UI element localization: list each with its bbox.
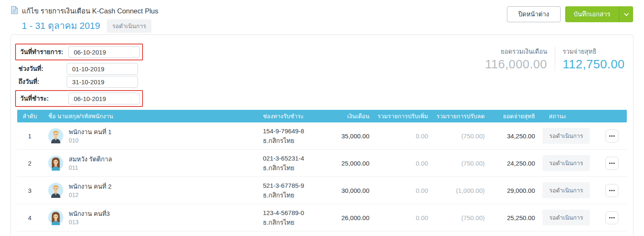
payment-date-label: วันที่ชำระ: (20, 93, 68, 104)
table-header: ลำดับ ชื่อ นามสกุล/รหัสพนักงาน ช่องทางรั… (17, 110, 627, 122)
ellipsis-icon (609, 163, 615, 164)
employee-name: สมหวัง รัตติกาล (69, 155, 112, 164)
additions-amount: 0.00 (373, 160, 431, 167)
additions-amount: 0.00 (373, 214, 431, 221)
col-header-net: ยอดจ่ายสุทธิ (488, 112, 538, 121)
payroll-table: ลำดับ ชื่อ นามสกุล/รหัสพนักงาน ช่องทางรั… (17, 110, 627, 231)
save-split-button: บันทึกเอกสาร (565, 6, 633, 22)
employee-cell: พนักงาน คนที่ 1 010 (42, 127, 260, 144)
save-document-button[interactable]: บันทึกเอกสาร (565, 6, 619, 22)
document-icon (11, 6, 18, 16)
row-more-button[interactable] (605, 130, 618, 143)
payment-channel-cell: 021-3-65231-4 ธ.กสิกรไทย (260, 153, 331, 173)
transaction-date-label: วันที่ทำรายการ: (20, 47, 68, 57)
ellipsis-icon (609, 190, 615, 191)
total-salary-block: ยอดรวมเงินเดือน 116,000.00 (485, 47, 547, 71)
total-net-label: รวมจ่ายสุทธิ (563, 47, 625, 57)
payment-channel-cell: 154-9-79649-8 ธ.กสิกรไทย (260, 126, 331, 146)
page-title: แก้ไข รายการเงินเดือน K-Cash Connect Plu… (22, 5, 158, 16)
net-amount: 25,250.00 (488, 214, 538, 221)
account-number: 123-4-56789-0 (263, 208, 327, 218)
transaction-date-highlight: วันที่ทำรายการ: (15, 44, 143, 60)
content-panel: วันที่ทำรายการ: ช่วงวันที่: ถึงวันที่: (10, 34, 634, 236)
salary-amount: 30,000.00 (331, 187, 373, 194)
row-number: 1 (17, 132, 42, 140)
bank-name: ธ.กสิกรไทย (263, 163, 327, 173)
male-avatar (48, 183, 63, 198)
table-row: 3 พนักงาน คนที่ 2 012 521-3-67785-9 ธ.กส… (17, 177, 627, 204)
table-row: 1 พนักงาน คนที่ 1 010 154-9-79649-8 ธ.กส… (17, 122, 627, 150)
table-row: 2 สมหวัง รัตติกาล 011 021-3-65231-4 ธ.กส… (17, 150, 627, 177)
employee-code: 012 (69, 191, 112, 199)
bank-name: ธ.กสิกรไทย (263, 190, 327, 200)
payment-date-highlight: วันที่ชำระ: (15, 90, 143, 107)
employee-name: พนักงาน คนที่ 2 (69, 182, 112, 191)
deductions-amount: (1,000.00) (431, 187, 488, 194)
account-number: 021-3-65231-4 (263, 153, 327, 163)
status-cell: รอดำเนินการ (538, 128, 597, 144)
employee-cell: สมหวัง รัตติกาล 011 (42, 155, 260, 171)
col-header-additions: รวมรายการปรับเพิ่ม (373, 112, 431, 121)
employee-code: 013 (69, 218, 110, 226)
col-header-status: สถานะ (538, 112, 597, 121)
ellipsis-icon (609, 217, 615, 218)
deductions-amount: (750.00) (431, 214, 488, 221)
payroll-edit-page: แก้ไข รายการเงินเดือน K-Cash Connect Plu… (0, 0, 644, 236)
bank-name: ธ.กสิกรไทย (263, 136, 327, 145)
period-label: 1 - 31 ตุลาคม 2019 (22, 18, 100, 33)
account-number: 521-3-67785-9 (263, 181, 327, 190)
bank-name: ธ.กสิกรไทย (263, 218, 327, 227)
col-header-number: ลำดับ (17, 112, 42, 121)
employee-name: พนักงาน คนที่ 1 (69, 127, 112, 137)
row-more-button[interactable] (605, 184, 618, 197)
range-end-label: ถึงวันที่: (18, 77, 67, 87)
totals-summary: ยอดรวมเงินเดือน 116,000.00 รวมจ่ายสุทธิ … (485, 47, 625, 71)
table-row: 4 พนักงาน คนที่3 013 123-4-56789-0 ธ.กสิ… (17, 204, 627, 231)
range-start-label: ช่วงวันที่: (18, 64, 67, 74)
total-salary-label: ยอดรวมเงินเดือน (485, 47, 547, 57)
range-end-input[interactable] (67, 76, 138, 88)
col-header-deductions: รวมรายการปรับลด (431, 112, 488, 121)
row-more-button[interactable] (605, 157, 618, 170)
employee-cell: พนักงาน คนที่ 2 012 (42, 182, 260, 199)
additions-amount: 0.00 (373, 187, 431, 194)
close-window-button[interactable]: ปิดหน้าต่าง (507, 6, 561, 22)
total-net-block: รวมจ่ายสุทธิ 112,750.00 (563, 47, 625, 71)
row-number: 4 (17, 214, 42, 221)
male-avatar (48, 128, 63, 143)
net-amount: 29,000.00 (488, 187, 538, 194)
header-actions: ปิดหน้าต่าง บันทึกเอกสาร (507, 6, 633, 22)
payment-date-input[interactable] (68, 93, 140, 104)
payment-channel-cell: 521-3-67785-9 ธ.กสิกรไทย (260, 181, 331, 200)
deductions-amount: (750.00) (431, 160, 488, 167)
salary-amount: 26,000.00 (331, 214, 373, 221)
row-number: 2 (17, 160, 42, 167)
save-dropdown-button[interactable] (619, 6, 633, 22)
status-badge: รอดำเนินการ (107, 19, 152, 33)
female-avatar (48, 210, 63, 225)
net-amount: 24,250.00 (488, 160, 538, 167)
total-salary-value: 116,000.00 (485, 57, 547, 71)
title-area: แก้ไข รายการเงินเดือน K-Cash Connect Plu… (11, 5, 158, 33)
salary-amount: 35,000.00 (331, 132, 373, 140)
row-status-badge: รอดำเนินการ (543, 128, 590, 144)
col-header-salary: เงินเดือน (331, 112, 373, 121)
row-number: 3 (17, 187, 42, 194)
additions-amount: 0.00 (373, 132, 431, 140)
status-cell: รอดำเนินการ (538, 155, 597, 171)
row-more-button[interactable] (605, 211, 618, 224)
salary-amount: 25,000.00 (331, 160, 373, 167)
payment-channel-cell: 123-4-56789-0 ธ.กสิกรไทย (260, 208, 331, 228)
row-status-badge: รอดำเนินการ (543, 210, 590, 226)
col-header-name: ชื่อ นามสกุล/รหัสพนักงาน (42, 112, 260, 121)
row-status-badge: รอดำเนินการ (543, 182, 590, 198)
deductions-amount: (750.00) (431, 132, 488, 140)
col-header-channel: ช่องทางรับชำระ (260, 112, 331, 121)
summary-divider (555, 47, 555, 71)
net-amount: 34,250.00 (488, 132, 538, 140)
chevron-down-icon (624, 11, 628, 16)
transaction-date-input[interactable] (68, 46, 140, 58)
range-start-input[interactable] (67, 63, 138, 75)
ellipsis-icon (609, 135, 615, 137)
account-number: 154-9-79649-8 (263, 126, 327, 136)
